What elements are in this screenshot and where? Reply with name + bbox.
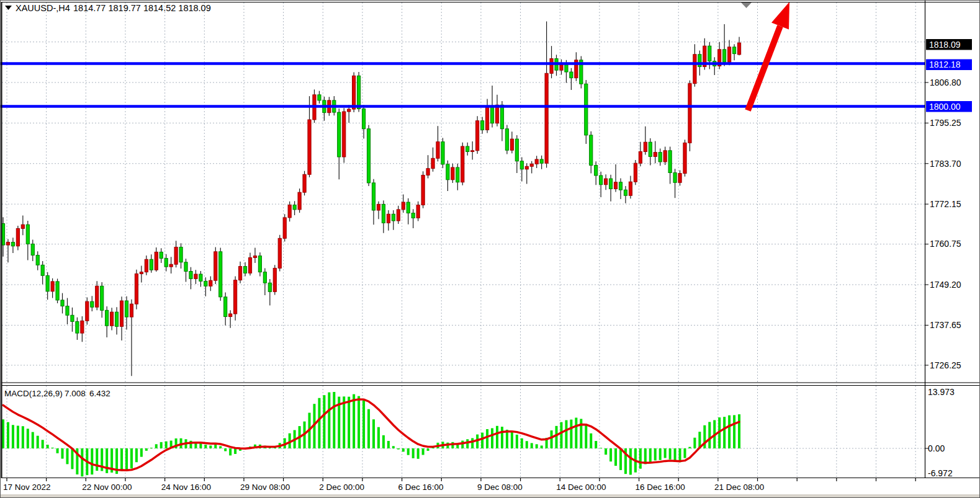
macd-histogram-bar <box>600 448 602 448</box>
candle-bull <box>436 142 439 159</box>
macd-axis-max: 13.973 <box>928 387 955 397</box>
macd-histogram-bar <box>209 445 212 448</box>
candle-bull <box>614 182 617 189</box>
macd-histogram-bar <box>318 398 320 448</box>
macd-histogram-bar <box>674 448 677 462</box>
hline-price-tag-1812: 1812.18 <box>926 60 972 71</box>
candle-bear <box>106 310 109 326</box>
candle-bear <box>407 202 410 213</box>
candle-bull <box>461 146 464 182</box>
candle-bull <box>253 256 256 258</box>
symbol-ohlc-title: XAUUSD-,H4 1814.77 1819.77 1814.52 1818.… <box>5 3 211 13</box>
candle-bull <box>130 304 133 317</box>
candle-bull <box>688 84 691 143</box>
hline-price-label-1812: 1812.18 <box>929 60 961 69</box>
macd-histogram-bar <box>427 448 429 451</box>
macd-histogram-bar <box>37 436 39 448</box>
macd-histogram-bar <box>42 440 44 448</box>
candle-bull <box>298 192 301 210</box>
macd-histogram-bar <box>649 448 652 463</box>
candle-bear <box>46 275 49 291</box>
macd-histogram-bar <box>204 445 207 448</box>
candle-bear <box>91 301 94 307</box>
candle-bear <box>540 159 543 163</box>
price-tick-label: 1783.70 <box>930 159 961 169</box>
candle-bear <box>659 153 662 162</box>
candle-bull <box>96 286 99 307</box>
candle-bear <box>164 259 168 267</box>
candle-bull <box>353 76 356 109</box>
candle-bull <box>644 142 647 151</box>
macd-histogram-bar <box>234 448 236 454</box>
macd-histogram-bar <box>541 445 543 448</box>
macd-histogram-bar <box>333 392 335 448</box>
macd-histogram-bar <box>461 441 464 448</box>
candle-bull <box>120 301 123 326</box>
candle-bull <box>343 112 346 157</box>
time-tick-label: 22 Nov 00:00 <box>82 482 132 492</box>
candle-bear <box>609 179 612 189</box>
macd-histogram-bar <box>52 448 54 448</box>
candle-bear <box>590 135 593 166</box>
candle-bear <box>565 64 568 72</box>
candle-bear <box>595 166 598 176</box>
candle-bear <box>392 214 395 221</box>
hline-price-tag-1800: 1800.00 <box>926 101 972 112</box>
macd-pane-area[interactable] <box>2 386 924 478</box>
candle-bear <box>481 121 484 130</box>
candle-bear <box>673 172 677 182</box>
candle-bear <box>723 50 726 62</box>
price-tick-label: 1760.75 <box>930 239 961 249</box>
candle-bear <box>411 213 415 218</box>
macd-histogram-bar <box>511 431 513 448</box>
candle-bear <box>505 129 508 151</box>
candle-bull <box>283 218 286 238</box>
candle-bear <box>441 142 444 164</box>
macd-histogram-bar <box>555 426 558 448</box>
time-tick-label: 21 Dec 08:00 <box>714 482 764 492</box>
candle-bear <box>150 259 153 270</box>
candle-bull <box>140 272 143 274</box>
macd-histogram-bar <box>160 442 163 448</box>
candle-bull <box>174 247 178 264</box>
macd-histogram-bar <box>353 394 355 448</box>
macd-histogram-bar <box>595 441 597 448</box>
macd-histogram-bar <box>407 448 410 455</box>
candle-bull <box>634 163 637 182</box>
macd-histogram-bar <box>693 438 696 448</box>
price-tick-label: 1726.25 <box>930 360 961 370</box>
macd-histogram-bar <box>417 448 420 459</box>
macd-histogram-bar <box>328 393 330 448</box>
candle-bull <box>214 252 217 280</box>
macd-histogram-bar <box>56 448 59 453</box>
candle-bear <box>268 283 271 291</box>
macd-histogram-bar <box>570 420 572 448</box>
candle-bear <box>624 190 627 195</box>
macd-histogram-bar <box>521 438 523 448</box>
candle-bull <box>451 167 454 180</box>
candle-bull <box>155 252 158 270</box>
macd-histogram-bar <box>135 448 138 462</box>
candle-bull <box>402 202 405 210</box>
macd-histogram-bar <box>501 427 503 448</box>
chart-window: XAUUSD-,H4 1814.77 1819.77 1814.52 1818.… <box>0 0 980 498</box>
macd-histogram-bar <box>150 448 153 448</box>
candle-bear <box>11 242 14 246</box>
chart-plot-area[interactable] <box>2 2 925 383</box>
candle-bear <box>362 109 365 128</box>
macd-histogram-bar <box>531 443 533 448</box>
macd-histogram-bar <box>669 448 672 460</box>
candle-bull <box>421 175 425 205</box>
candle-bull <box>51 282 54 291</box>
macd-histogram-bar <box>343 396 345 448</box>
candle-bull <box>169 264 173 267</box>
macd-axis-zero: 0.00 <box>928 443 945 453</box>
macd-histogram-bar <box>526 441 528 448</box>
candle-bear <box>125 301 128 317</box>
macd-histogram-bar <box>362 400 365 448</box>
candle-bear <box>243 267 246 273</box>
macd-histogram-bar <box>560 422 562 448</box>
macd-histogram-bar <box>397 448 400 450</box>
macd-histogram-bar <box>422 448 425 455</box>
candle-bull <box>81 321 84 333</box>
